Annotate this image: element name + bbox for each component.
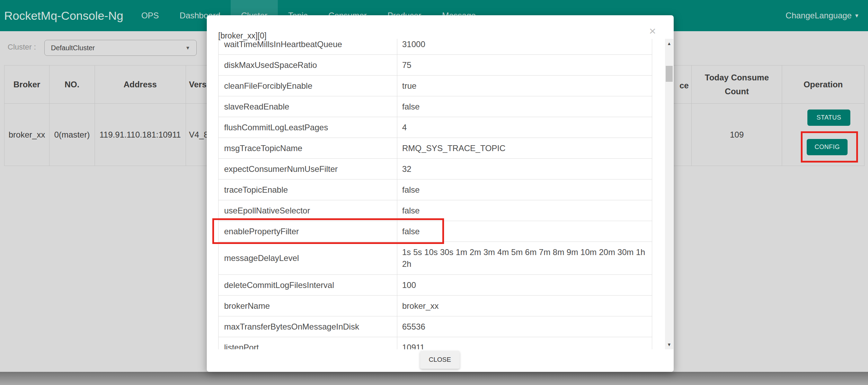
page-footer (0, 372, 868, 385)
config-key: expectConsumerNumUseFilter (219, 159, 397, 179)
cell-no: 0(master) (50, 104, 95, 166)
config-value: 65536 (397, 316, 652, 337)
cell-address: 119.91.110.181:10911 (95, 104, 186, 166)
scrollbar-up-icon[interactable]: ▲ (665, 41, 673, 46)
header-today-consume-count: Today Consume Count (692, 65, 782, 103)
config-row: flushCommitLogLeastPages 4 (219, 117, 652, 138)
cluster-select[interactable]: DefaultCluster ▼ (44, 40, 197, 56)
config-key: cleanFileForciblyEnable (219, 76, 397, 96)
select-caret-icon: ▼ (185, 40, 190, 55)
config-value: 100 (397, 275, 652, 295)
config-table: waitTimeMillsInHeartbeatQueue 31000 disk… (218, 39, 652, 349)
config-row: enablePropertyFilter false (219, 221, 652, 242)
config-value: false (397, 96, 652, 117)
config-key: traceTopicEnable (219, 180, 397, 200)
caret-down-icon: ▾ (855, 0, 858, 31)
config-key: useEpollNativeSelector (219, 200, 397, 221)
config-key: diskMaxUsedSpaceRatio (219, 55, 397, 75)
cluster-label: Cluster : (8, 43, 36, 52)
config-value: true (397, 76, 652, 96)
config-row: brokerName broker_xx (219, 296, 652, 316)
config-row: waitTimeMillsInHeartbeatQueue 31000 (219, 39, 652, 55)
cell-today-consume-count: 109 (692, 104, 782, 166)
config-key: waitTimeMillsInHeartbeatQueue (219, 39, 397, 54)
config-key: messageDelayLevel (219, 242, 397, 274)
scrollbar-down-icon[interactable]: ▼ (665, 342, 673, 347)
status-button[interactable]: STATUS (807, 110, 850, 126)
config-key: slaveReadEnable (219, 96, 397, 117)
config-value: 32 (397, 159, 652, 179)
config-row: useEpollNativeSelector false (219, 200, 652, 221)
header-produce-partial-text: ce (680, 79, 689, 93)
config-row: messageDelayLevel 1s 5s 10s 30s 1m 2m 3m… (219, 242, 652, 275)
header-broker: Broker (5, 65, 50, 103)
config-key: deleteCommitLogFilesInterval (219, 275, 397, 295)
config-row: msgTraceTopicName RMQ_SYS_TRACE_TOPIC (219, 138, 652, 159)
brand-link[interactable]: RocketMq-Console-Ng (4, 0, 123, 31)
header-version-text: Vers (189, 78, 207, 91)
close-icon[interactable]: × (649, 25, 656, 37)
config-value: false (397, 200, 652, 221)
cluster-select-value: DefaultCluster (51, 44, 95, 52)
config-row: slaveReadEnable false (219, 96, 652, 117)
config-key: enablePropertyFilter (219, 221, 397, 242)
config-value: false (397, 180, 652, 200)
modal-scroll-area: waitTimeMillsInHeartbeatQueue 31000 disk… (218, 39, 652, 349)
config-key: listenPort (219, 337, 397, 349)
config-row: listenPort 10911 (219, 337, 652, 349)
nav-item-ops[interactable]: OPS (131, 0, 169, 31)
config-row: expectConsumerNumUseFilter 32 (219, 159, 652, 180)
cell-operation: STATUS CONFIG (782, 104, 864, 166)
change-language-button[interactable]: ChangeLanguage▾ (786, 0, 858, 31)
config-row: traceTopicEnable false (219, 180, 652, 200)
config-key: brokerName (219, 296, 397, 316)
header-address: Address (95, 65, 186, 103)
config-key: maxTransferBytesOnMessageInDisk (219, 316, 397, 337)
change-language-label: ChangeLanguage (786, 11, 852, 20)
config-value: 10911 (397, 337, 652, 349)
config-key: flushCommitLogLeastPages (219, 117, 397, 138)
config-value: 75 (397, 55, 652, 75)
close-button[interactable]: CLOSE (420, 351, 460, 369)
config-value: false (397, 221, 652, 242)
config-row: deleteCommitLogFilesInterval 100 (219, 275, 652, 296)
config-row: diskMaxUsedSpaceRatio 75 (219, 55, 652, 76)
config-value: 1s 5s 10s 30s 1m 2m 3m 4m 5m 6m 7m 8m 9m… (397, 242, 652, 274)
config-value: broker_xx (397, 296, 652, 316)
page: RocketMq-Console-Ng OPSDashboardClusterT… (0, 0, 868, 385)
config-key: msgTraceTopicName (219, 138, 397, 158)
config-row: maxTransferBytesOnMessageInDisk 65536 (219, 316, 652, 337)
config-value: 4 (397, 117, 652, 138)
header-operation: Operation (782, 65, 864, 103)
config-row: cleanFileForciblyEnable true (219, 76, 652, 96)
config-button[interactable]: CONFIG (807, 139, 848, 155)
modal-scrollbar[interactable]: ▲ ▼ (665, 39, 673, 349)
header-no: NO. (50, 65, 95, 103)
broker-config-modal: [broker_xx][0] × waitTimeMillsInHeartbea… (207, 15, 674, 372)
config-value: RMQ_SYS_TRACE_TOPIC (397, 138, 652, 158)
config-value: 31000 (397, 39, 652, 54)
cell-broker: broker_xx (5, 104, 50, 166)
scrollbar-thumb[interactable] (666, 66, 673, 82)
